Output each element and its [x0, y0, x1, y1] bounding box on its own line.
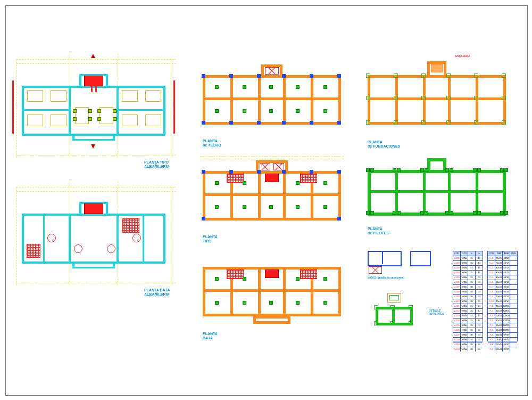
foundation-detail [373, 291, 421, 339]
table-cell: 6Ø12 [503, 266, 510, 270]
table-cell: P-2 [488, 309, 495, 313]
table-cell: 40x40 [495, 299, 503, 304]
table-cell: C-4 [488, 271, 495, 275]
table-cell: 12Ø16 [503, 309, 510, 313]
table-cell: 6Ø16 [503, 275, 510, 280]
table-cell: 55 [476, 295, 483, 299]
table-cell [510, 338, 517, 342]
table-cell: 25 [468, 328, 476, 332]
table-cell: 25 [468, 275, 476, 280]
table-cell [510, 271, 517, 275]
table-cell: 100x100 [495, 333, 503, 337]
table-cell: 60x60 [495, 328, 503, 332]
table-cell: VIGA [461, 333, 468, 337]
table-cell: GRID [503, 338, 510, 342]
table-cell: 50 [476, 323, 483, 328]
plan-tipo [203, 160, 341, 230]
table-cell: V-108 [453, 290, 461, 294]
table-cell [510, 319, 517, 323]
table-cell: 140x140 [495, 342, 503, 347]
table-cell: C-5 [488, 275, 495, 280]
table-cell: 50 [476, 328, 483, 332]
table-cell: 30 [468, 333, 476, 337]
table-cell: 30 [468, 295, 476, 299]
table-cell: VIGA [461, 275, 468, 280]
table-cell: P-6 [488, 328, 495, 332]
table-cell: 40 [476, 309, 483, 313]
table-cell: V-110 [453, 299, 461, 304]
schedule-table-vigas: CODTIPObhV-101VIGA2540V-102VIGA2540V-103… [453, 251, 483, 341]
table-cell: V-202 [453, 309, 461, 313]
table-cell [510, 295, 517, 299]
table-cell [510, 342, 517, 347]
table-cell: 40x40 [495, 309, 503, 313]
table-cell: 45 [476, 314, 483, 318]
table-cell: 50 [476, 285, 483, 289]
table-cell: 50x50 [495, 314, 503, 318]
table-cell: 25 [468, 280, 476, 284]
drawing-sheet: PLANTA TIPO ALBAÑILERIA P [5, 5, 528, 396]
plan-tipo-albanileria-label: PLANTA TIPO ALBAÑILERIA [144, 160, 169, 168]
plan-de-pilotes [368, 160, 506, 224]
table-cell: h [476, 251, 483, 256]
table-cell [510, 261, 517, 265]
table-cell: 40x40 [495, 304, 503, 308]
plan-de-fundaciones: ESCALERA [368, 64, 506, 134]
table-cell: V-201 [453, 304, 461, 308]
table-cell: 6Ø16 [503, 280, 510, 284]
table-cell: C-8 [488, 290, 495, 294]
table-cell: P-4 [488, 319, 495, 323]
table-cell: V-209 [453, 342, 461, 347]
table-cell: 8Ø16 [503, 290, 510, 294]
table-cell: C-1 [488, 256, 495, 260]
plan-de-techo [203, 64, 341, 134]
table-cell: 40 [476, 261, 483, 265]
table-cell: C-2 [488, 261, 495, 265]
table-cell: VIGA [461, 266, 468, 270]
table-cell: V-105 [453, 275, 461, 280]
table-cell: 45 [476, 266, 483, 270]
table-cell: 55 [476, 342, 483, 347]
table-cell: 4Ø12 [503, 256, 510, 260]
table-cell: GRID [503, 333, 510, 337]
table-cell [510, 280, 517, 284]
table-cell: 30 [468, 285, 476, 289]
escalera-note: ESCALERA [455, 55, 470, 58]
table-cell [510, 256, 517, 260]
table-cell: C-6 [488, 280, 495, 284]
table-cell: 55 [476, 347, 483, 352]
table-cell: VIGA [461, 299, 468, 304]
table-cell: GRID [503, 347, 510, 352]
table-cell: V-204 [453, 319, 461, 323]
table-cell: 25 [468, 314, 476, 318]
table-cell: 8Ø16 [503, 299, 510, 304]
table-cell: 50 [476, 280, 483, 284]
table-cell: DIM [495, 251, 503, 256]
table-cell [510, 285, 517, 289]
viga-section-label: VIGAS (detalle de secciones) [368, 276, 404, 280]
table-cell: 35x40 [495, 285, 503, 289]
table-cell [510, 309, 517, 313]
table-cell: COD [453, 251, 461, 256]
plan-tipo-label: PLANTA TIPO [203, 235, 218, 243]
table-cell: VIGA [461, 328, 468, 332]
table-cell [510, 328, 517, 332]
table-cell [510, 299, 517, 304]
table-cell: V-103 [453, 266, 461, 270]
table-cell: 30 [468, 290, 476, 294]
table-cell: 40 [476, 256, 483, 260]
table-cell: V-207 [453, 333, 461, 337]
table-cell: 16Ø20 [503, 328, 510, 332]
table-cell: 30 [468, 342, 476, 347]
table-cell: 25 [468, 309, 476, 313]
table-cell: COD [488, 251, 495, 256]
table-cell: b [468, 251, 476, 256]
table-cell: 8Ø16 [503, 285, 510, 289]
table-cell: P-5 [488, 323, 495, 328]
table-cell: 45 [476, 319, 483, 323]
table-cell: ARM [503, 251, 510, 256]
table-cell: VIGA [461, 309, 468, 313]
schedule-table-columnas: CODDIMARMOBSC-125x254Ø12C-225x304Ø12C-33… [487, 251, 518, 341]
plan-tipo-albanileria [22, 70, 165, 147]
table-cell: C-3 [488, 266, 495, 270]
